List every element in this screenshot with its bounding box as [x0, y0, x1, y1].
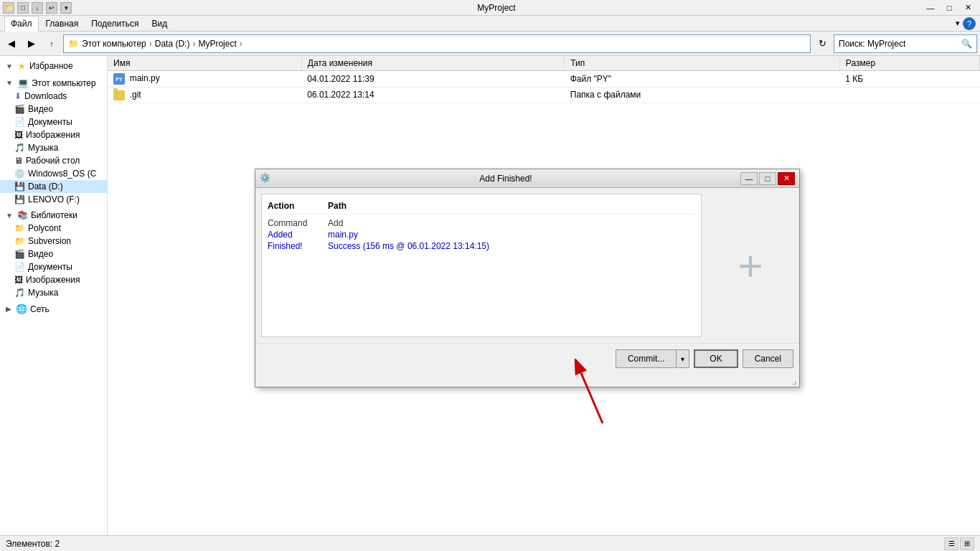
- maximize-button[interactable]: □: [940, 1, 958, 15]
- up-button[interactable]: ↑: [43, 35, 60, 52]
- sidebar-item-lib-docs[interactable]: 📄 Документы: [0, 260, 107, 273]
- dialog-minimize-button[interactable]: —: [740, 172, 758, 185]
- sidebar-item-windows[interactable]: 💿 Windows8_OS (C: [0, 167, 107, 180]
- file-type-cell: Файл "PY": [565, 71, 840, 88]
- list-view-button[interactable]: ☰: [944, 537, 958, 550]
- search-box: 🔍: [834, 34, 977, 53]
- log-col-path: Path: [328, 201, 695, 211]
- file-size-cell: 1 КБ: [839, 71, 979, 88]
- col-name[interactable]: Имя: [108, 56, 301, 71]
- log-value-added: main.py: [328, 230, 695, 240]
- sidebar-item-documents[interactable]: 📄 Документы: [0, 116, 107, 128]
- path-sep-3: ›: [240, 39, 242, 49]
- close-button[interactable]: ✕: [958, 1, 977, 15]
- chevron-libraries: ▼: [6, 212, 13, 220]
- sidebar-item-desktop[interactable]: 🖥 Рабочий стол: [0, 154, 107, 167]
- back-button[interactable]: ◀: [3, 35, 20, 52]
- address-path[interactable]: 📁 Этот компьютер › Data (D:) › MyProject…: [63, 34, 811, 53]
- sidebar-windows-label: Windows8_OS (C: [28, 169, 96, 179]
- path-folder-icon: 📁: [68, 39, 79, 49]
- sidebar-item-polycont[interactable]: 📁 Polycont: [0, 222, 107, 235]
- sidebar-network[interactable]: ▶ 🌐 Сеть: [0, 302, 107, 316]
- sidebar-downloads-label: Downloads: [24, 91, 67, 101]
- sidebar-item-images[interactable]: 🖼 Изображения: [0, 128, 107, 141]
- quick-access-dropdown[interactable]: ▾: [60, 2, 72, 14]
- sidebar-item-lib-video[interactable]: 🎬 Видео: [0, 248, 107, 260]
- network-icon: 🌐: [16, 303, 27, 314]
- log-value-finished: Success (156 ms @ 06.01.2022 13:14:15): [328, 241, 695, 251]
- sidebar-item-lib-music[interactable]: 🎵 Музыка: [0, 286, 107, 299]
- log-value-command: Add: [328, 218, 695, 228]
- path-data[interactable]: Data (D:): [155, 39, 190, 49]
- file-name-cell: PY main.py: [108, 71, 301, 88]
- desktop-icon: 🖥: [14, 156, 23, 166]
- sidebar-item-downloads[interactable]: ⬇ Downloads: [0, 90, 107, 103]
- sidebar-item-lib-images[interactable]: 🖼 Изображения: [0, 273, 107, 286]
- commit-button-group: Commit... ▾: [616, 349, 689, 368]
- path-sep-1: ›: [149, 39, 152, 49]
- view-buttons: ☰ ⊞: [944, 537, 974, 550]
- dialog-resize-handle[interactable]: ⌟: [255, 374, 799, 387]
- dialog-plus-area: +: [707, 194, 793, 337]
- sidebar: ▼ ★ Избранное ▼ 💻 Этот компьютер ⬇ Downl…: [0, 56, 108, 535]
- add-finished-dialog: ⚙️ Add Finished! — □ ✕ Action Path Comma…: [255, 169, 800, 387]
- path-computer[interactable]: Этот компьютер: [82, 39, 146, 49]
- chevron-computer: ▼: [6, 79, 13, 87]
- sidebar-libraries[interactable]: ▼ 📚 Библиотеки: [0, 209, 107, 222]
- commit-button[interactable]: Commit...: [616, 349, 677, 368]
- sidebar-libraries-section: ▼ 📚 Библиотеки 📁 Polycont 📁 Subversion 🎬…: [0, 209, 107, 299]
- tab-view[interactable]: Вид: [146, 16, 173, 32]
- sidebar-documents-label: Документы: [28, 117, 72, 127]
- sidebar-computer-label: Этот компьютер: [32, 78, 96, 88]
- col-size[interactable]: Размер: [839, 56, 979, 71]
- sidebar-favorites-section: ▼ ★ Избранное: [0, 59, 107, 73]
- sidebar-data-label: Data (D:): [28, 182, 63, 192]
- dialog-title-bar: ⚙️ Add Finished! — □ ✕: [255, 169, 799, 188]
- grid-view-button[interactable]: ⊞: [960, 537, 974, 550]
- sidebar-video-label: Видео: [28, 104, 53, 114]
- tab-share[interactable]: Поделиться: [85, 16, 144, 32]
- chevron-favorites: ▼: [6, 62, 13, 70]
- minimize-button[interactable]: —: [921, 1, 940, 15]
- col-date[interactable]: Дата изменения: [301, 56, 565, 71]
- search-icon[interactable]: 🔍: [961, 39, 972, 49]
- sidebar-libraries-label: Библиотеки: [31, 210, 77, 220]
- file-list: Имя Дата изменения Тип Размер PY main.py…: [108, 56, 980, 103]
- lenovo-drive-icon: 💾: [14, 194, 25, 204]
- tab-home[interactable]: Главная: [40, 16, 85, 32]
- subversion-icon: 📁: [14, 236, 25, 246]
- sidebar-favorites[interactable]: ▼ ★ Избранное: [0, 59, 107, 73]
- lib-docs-icon: 📄: [14, 262, 25, 272]
- sidebar-computer[interactable]: ▼ 💻 Этот компьютер: [0, 76, 107, 90]
- folder-date-cell: 06.01.2022 13:14: [301, 88, 565, 103]
- quick-access-undo[interactable]: ↩: [46, 2, 57, 14]
- libraries-icon: 📚: [17, 210, 28, 220]
- ribbon-expand-icon[interactable]: ▾: [956, 19, 960, 28]
- log-label-added: Added: [268, 230, 325, 240]
- tab-file[interactable]: Файл: [4, 16, 39, 32]
- ok-button[interactable]: OK: [694, 349, 738, 368]
- sidebar-item-lenovo[interactable]: 💾 LENOVO (F:): [0, 193, 107, 206]
- folder-type-cell: Папка с файлами: [565, 88, 840, 103]
- sidebar-item-data-d[interactable]: 💾 Data (D:): [0, 180, 107, 193]
- quick-access-new[interactable]: □: [17, 2, 29, 14]
- sidebar-item-music[interactable]: 🎵 Музыка: [0, 141, 107, 154]
- refresh-button[interactable]: ↻: [814, 35, 831, 52]
- quick-access-save[interactable]: ↓: [32, 2, 43, 14]
- help-icon[interactable]: ?: [963, 17, 976, 30]
- sidebar-item-subversion[interactable]: 📁 Subversion: [0, 235, 107, 248]
- sidebar-images-label: Изображения: [26, 130, 80, 140]
- col-type[interactable]: Тип: [565, 56, 840, 71]
- cancel-button[interactable]: Cancel: [743, 349, 793, 368]
- log-label-command: Command: [268, 218, 325, 228]
- table-row[interactable]: PY main.py 04.01.2022 11:39 Файл "PY" 1 …: [108, 71, 980, 88]
- table-row[interactable]: .git 06.01.2022 13:14 Папка с файлами: [108, 88, 980, 103]
- sidebar-item-video[interactable]: 🎬 Видео: [0, 103, 107, 116]
- commit-dropdown-button[interactable]: ▾: [677, 349, 689, 368]
- dialog-maximize-button[interactable]: □: [759, 172, 776, 185]
- star-icon: ★: [17, 60, 27, 72]
- dialog-close-button[interactable]: ✕: [778, 172, 795, 185]
- search-input[interactable]: [839, 39, 958, 49]
- forward-button[interactable]: ▶: [23, 35, 40, 52]
- path-myproject[interactable]: MyProject: [198, 39, 236, 49]
